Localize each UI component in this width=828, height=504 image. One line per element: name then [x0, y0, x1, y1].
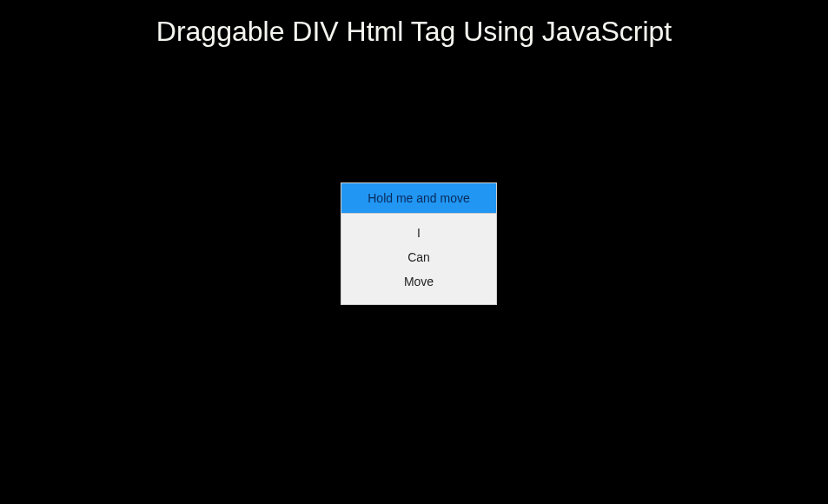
page-title: Draggable DIV Html Tag Using JavaScript — [87, 0, 741, 48]
box-line-1: I — [348, 221, 489, 245]
drag-handle[interactable]: Hold me and move — [341, 183, 496, 214]
box-line-3: Move — [348, 269, 489, 294]
draggable-box[interactable]: Hold me and move I Can Move — [341, 182, 497, 305]
draggable-box-body: I Can Move — [341, 214, 496, 304]
box-line-2: Can — [348, 245, 489, 269]
